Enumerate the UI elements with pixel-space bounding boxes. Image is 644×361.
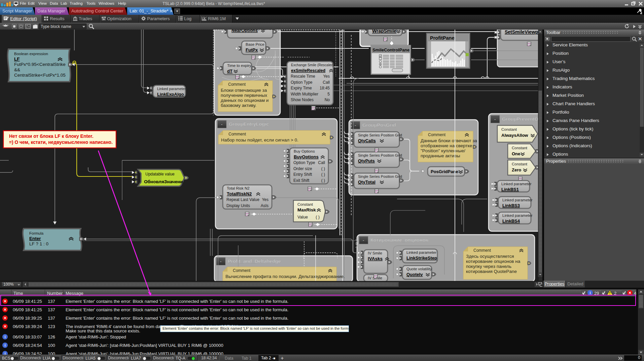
svg-text:Блоки отвечающие за: Блоки отвечающие за	[221, 88, 267, 93]
svg-text:( ): ( )	[321, 166, 325, 171]
svg-text:dT: dT	[227, 69, 232, 74]
svg-text:SetSmileViewp: SetSmileViewp	[505, 30, 538, 35]
svg-text:-: -	[355, 123, 356, 128]
svg-text:-: -	[363, 238, 364, 243]
svg-text:Order size: Order size	[293, 166, 312, 171]
svg-text:-: -	[221, 122, 222, 127]
svg-text:Constant: Constant	[512, 162, 528, 166]
svg-text:Comment: Comment	[428, 132, 446, 137]
svg-text:Comment: Comment	[228, 82, 246, 87]
svg-text:( ): ( )	[316, 215, 320, 219]
svg-text:No: No	[325, 97, 330, 102]
svg-text:Yes: Yes	[262, 197, 269, 202]
svg-text:Comment: Comment	[228, 132, 246, 136]
svg-text:LinkBS3: LinkBS3	[502, 203, 520, 208]
svg-text:Exchange Smile (Rescaled): Exchange Smile (Rescaled)	[291, 63, 334, 67]
svg-text:QtyCalls: QtyCalls	[358, 138, 376, 143]
svg-text:18:45: 18:45	[320, 86, 330, 90]
svg-text:AlwaysAllow: AlwaysAllow	[501, 133, 528, 138]
svg-text:Option Type: Option Type	[291, 80, 313, 85]
svg-text:exSmileRescaled: exSmileRescaled	[291, 68, 325, 73]
svg-text:проданные активы: проданные активы	[421, 153, 460, 158]
svg-text:WrapSmile: WrapSmile	[372, 30, 396, 34]
svg-text:Zero: Zero	[512, 167, 521, 172]
svg-text:MaxRisk: MaxRisk	[297, 207, 316, 212]
svg-text:Call: Call	[318, 160, 325, 165]
svg-text:LinkBS1: LinkBS1	[501, 187, 519, 192]
svg-text:LinkBS4: LinkBS4	[502, 218, 520, 224]
svg-text:QtyTotal: QtyTotal	[358, 179, 375, 185]
svg-text:FutPx: FutPx	[246, 47, 258, 52]
svg-text:Вычисление профита по позиции.: Вычисление профита по позиции. Дельтахед…	[225, 274, 345, 279]
svg-text:Buy Options: Buy Options	[294, 149, 315, 153]
svg-text:базовому активу.: базовому активу.	[221, 103, 256, 108]
svg-text:( ): ( )	[321, 172, 325, 177]
svg-text:Rescale Time: Rescale Time	[291, 74, 315, 79]
svg-text:Time to expiry: Time to expiry	[227, 64, 251, 68]
svg-text:QuoteIv: QuoteIv	[406, 272, 423, 277]
svg-text:GroupPosGrid: GroupPosGrid	[362, 122, 396, 128]
svg-text:Show Nodes: Show Nodes	[291, 97, 314, 102]
svg-text:котирования QuotePane: котирования QuotePane	[466, 269, 517, 274]
svg-text:Repeat Last Value: Repeat Last Value	[226, 197, 259, 202]
svg-text:Option Type: Option Type	[293, 160, 315, 165]
svg-text:Base Price: Base Price	[246, 42, 264, 46]
svg-text:One: One	[512, 151, 520, 156]
svg-text:Value: Value	[297, 215, 308, 219]
svg-text:Здесь осуществляется: Здесь осуществляется	[466, 254, 514, 259]
svg-text:Option Series by Numbe: Option Series by Numbe	[231, 30, 274, 31]
svg-text:ProfitPane: ProfitPane	[430, 35, 455, 41]
svg-text:Call: Call	[323, 80, 330, 85]
svg-text:Constant: Constant	[501, 127, 517, 131]
svg-text:Single Series Position Grid: Single Series Position Grid	[358, 133, 402, 137]
svg-text:Нет связи от блока LF к блоку: Нет связи от блока LF к блоку Enter.	[9, 133, 94, 139]
svg-text:данных по опционам и: данных по опционам и	[221, 98, 269, 103]
svg-text:Exit Shift: Exit Shift	[293, 178, 310, 183]
svg-text:Котирование_опционов: Котирование_опционов	[370, 237, 429, 243]
svg-text:Yes: Yes	[323, 74, 330, 79]
svg-text:Linked parameter: Linked parameter	[501, 182, 532, 186]
svg-text:Enter: Enter	[29, 236, 41, 241]
svg-text:отображение на свертке: отображение на свертке	[421, 143, 472, 148]
svg-text:LinkStrikeStep: LinkStrikeStep	[406, 255, 437, 260]
svg-text:LF: LF	[14, 56, 20, 62]
svg-text:Constant: Constant	[512, 146, 528, 150]
svg-text:SmileControlPane: SmileControlPane	[372, 47, 409, 52]
svg-text:AsIs: AsIs	[261, 203, 269, 208]
svg-text:Quote volatility: Quote volatility	[406, 267, 432, 271]
svg-text:покупку через панель: покупку через панель	[466, 264, 511, 269]
svg-text:Constant: Constant	[297, 202, 313, 206]
svg-text:BuyOptions: BuyOptions	[294, 154, 319, 159]
svg-text:PosGridPane: PosGridPane	[431, 169, 458, 174]
svg-text:Boolean expression: Boolean expression	[14, 52, 48, 56]
svg-text:LinkExpAlgo: LinkExpAlgo	[157, 92, 184, 97]
svg-text:FutPx*0.95<CentralStrike: FutPx*0.95<CentralStrike	[14, 62, 66, 67]
svg-text:CentralStrike<FutPx*1.05: CentralStrike<FutPx*1.05	[14, 73, 66, 78]
svg-text:Width Multiplier: Width Multiplier	[291, 92, 318, 96]
svg-text:-: -	[494, 117, 496, 122]
svg-text:Single Series Position Grid: Single Series Position Grid	[358, 153, 402, 157]
svg-text:Display Units: Display Units	[226, 203, 250, 208]
svg-text:=) О чем, кстати, недвусмыслен: =) О чем, кстати, недвусмысленно написан…	[9, 140, 113, 145]
svg-text:Formula: Formula	[29, 231, 44, 235]
svg-text:IVAsks: IVAsks	[368, 256, 383, 261]
svg-text:получение первичных: получение первичных	[221, 93, 267, 98]
svg-text:GroupEntryLogic: GroupEntryLogic	[229, 121, 269, 127]
svg-text:"Position" купленные/: "Position" купленные/	[421, 148, 465, 153]
svg-text:LF ? 1 : 0: LF ? 1 : 0	[29, 241, 48, 246]
svg-text:( ): ( )	[321, 178, 325, 183]
svg-text:Expiry Time: Expiry Time	[291, 86, 312, 90]
svg-text:TotalRiskN2: TotalRiskN2	[227, 191, 252, 196]
svg-text:Linked parameter: Linked parameter	[502, 213, 533, 217]
svg-text:QtyPuts: QtyPuts	[358, 158, 375, 163]
svg-text:Linked parameter: Linked parameter	[502, 198, 533, 202]
svg-text:IV Smile: IV Smile	[368, 251, 382, 255]
svg-text:Linked parameter: Linked parameter	[406, 250, 437, 254]
svg-text:Total Risk N2: Total Risk N2	[227, 186, 250, 190]
svg-text:Данные блоки отвечают за: Данные блоки отвечают за	[421, 138, 477, 143]
svg-text:Comment: Comment	[233, 268, 251, 273]
svg-text:5: 5	[327, 92, 330, 96]
svg-text:GroupPreventOve: GroupPreventOve	[502, 116, 542, 122]
svg-text:-: -	[220, 259, 221, 264]
svg-text:котирование опционов на: котирование опционов на	[466, 259, 521, 264]
